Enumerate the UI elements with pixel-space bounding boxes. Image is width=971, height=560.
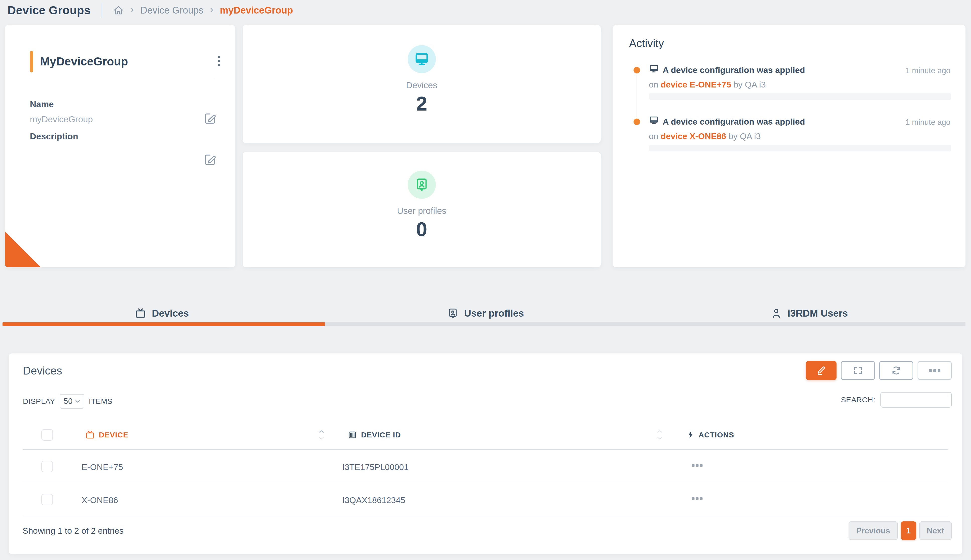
sort-control-device-id[interactable] xyxy=(657,421,663,449)
edit-name-icon[interactable] xyxy=(204,112,217,125)
table-row[interactable]: X-ONE86 I3QAX18612345 xyxy=(23,483,948,517)
breadcrumb-device-groups[interactable]: Device Groups xyxy=(140,5,204,16)
next-page-button[interactable]: Next xyxy=(919,522,952,540)
activity-detail-prefix: on xyxy=(649,80,661,89)
activity-item-title: A device configuration was applied xyxy=(663,117,805,127)
search-control: SEARCH: xyxy=(841,392,952,408)
row-checkbox[interactable] xyxy=(42,494,53,505)
device-name-cell: X-ONE86 xyxy=(82,495,118,505)
current-page-button[interactable]: 1 xyxy=(901,522,916,540)
user-profiles-stat-label: User profiles xyxy=(397,206,446,216)
timeline-connector xyxy=(637,74,637,118)
devices-stat-label: Devices xyxy=(406,80,437,90)
activity-item-separator xyxy=(649,145,951,152)
chevron-down-icon xyxy=(75,400,80,403)
activity-detail-suffix: by QA i3 xyxy=(726,132,761,141)
monitor-icon xyxy=(649,115,659,125)
divider xyxy=(30,79,214,79)
active-tab-underline xyxy=(3,322,325,326)
name-value: myDeviceGroup xyxy=(30,114,93,124)
name-label: Name xyxy=(30,99,54,109)
activity-device-link[interactable]: device E-ONE+75 xyxy=(661,80,731,89)
table-header: DEVICE DEVICE ID ACTIONS xyxy=(23,421,948,450)
tab-user-profiles[interactable]: User profiles xyxy=(324,304,647,323)
fullscreen-icon xyxy=(852,365,863,376)
table-body: E-ONE+75 I3TE175PL00001 X-ONE86 I3QAX186… xyxy=(23,450,948,517)
search-label: SEARCH: xyxy=(841,395,876,404)
user-profiles-stat-value: 0 xyxy=(416,218,427,241)
row-actions-button[interactable] xyxy=(692,497,702,500)
activity-detail-prefix: on xyxy=(649,132,661,141)
tab-i3rdm-users-label: i3RDM Users xyxy=(787,308,848,319)
row-checkbox[interactable] xyxy=(42,461,53,472)
panel-toolbar xyxy=(806,361,952,380)
activity-device-link[interactable]: device X-ONE86 xyxy=(661,132,726,141)
items-label: ITEMS xyxy=(89,397,113,406)
accent-bar xyxy=(30,51,33,72)
edit-description-icon[interactable] xyxy=(204,153,217,166)
person-icon xyxy=(770,308,782,319)
panel-title: Devices xyxy=(23,365,62,377)
description-label: Description xyxy=(30,132,78,142)
tab-i3rdm-users[interactable]: i3RDM Users xyxy=(647,304,971,323)
column-label-device-id: DEVICE ID xyxy=(361,431,401,439)
select-all-checkbox[interactable] xyxy=(42,429,53,441)
devices-table-panel: Devices DISPLAY 50 xyxy=(9,353,962,554)
page-size-value: 50 xyxy=(64,397,73,406)
device-id-cell: I3QAX18612345 xyxy=(342,495,405,505)
activity-item-detail: on device E-ONE+75 by QA i3 xyxy=(649,80,766,90)
tv-icon xyxy=(85,430,95,440)
tab-bar: Devices User profiles i3RDM Users xyxy=(0,304,971,329)
timeline-dot xyxy=(633,118,640,125)
activity-item-detail: on device X-ONE86 by QA i3 xyxy=(649,132,761,141)
row-actions-button[interactable] xyxy=(692,464,702,467)
sort-desc-icon xyxy=(657,437,663,440)
pagination: Previous 1 Next xyxy=(849,522,952,540)
devices-stat-value: 2 xyxy=(416,92,427,115)
page-size-select[interactable]: 50 xyxy=(60,394,84,408)
activity-panel: Activity A device configuration was appl… xyxy=(613,25,966,267)
tv-icon xyxy=(135,308,146,319)
fullscreen-button[interactable] xyxy=(841,361,875,380)
user-badge-icon xyxy=(447,308,459,319)
column-label-device: DEVICE xyxy=(99,431,129,439)
kebab-menu-icon[interactable] xyxy=(216,54,222,68)
lightning-icon xyxy=(687,431,695,439)
search-input[interactable] xyxy=(881,392,952,408)
sort-control-device[interactable] xyxy=(318,421,324,449)
previous-page-button[interactable]: Previous xyxy=(849,522,897,540)
refresh-button[interactable] xyxy=(879,361,913,380)
edit-button[interactable] xyxy=(806,361,837,380)
tab-user-profiles-label: User profiles xyxy=(464,308,524,319)
page-title: Device Groups xyxy=(8,3,90,17)
devices-stat-card[interactable]: Devices 2 xyxy=(242,25,601,143)
user-profiles-stat-card[interactable]: User profiles 0 xyxy=(242,152,601,267)
column-header-device-id[interactable]: DEVICE ID xyxy=(348,421,401,449)
activity-item-time: 1 minute ago xyxy=(906,66,951,75)
column-header-device[interactable]: DEVICE xyxy=(85,421,129,449)
more-actions-button[interactable] xyxy=(918,361,952,380)
table-row[interactable]: E-ONE+75 I3TE175PL00001 xyxy=(23,450,948,483)
corner-triangle-decoration xyxy=(5,232,41,267)
table-footer: Showing 1 to 2 of 2 entries Previous 1 N… xyxy=(23,517,952,545)
column-header-actions: ACTIONS xyxy=(687,421,734,449)
home-icon[interactable] xyxy=(113,5,124,16)
entries-summary: Showing 1 to 2 of 2 entries xyxy=(23,526,124,536)
pencil-icon xyxy=(816,365,826,376)
monitor-icon xyxy=(408,45,436,73)
device-id-cell: I3TE175PL00001 xyxy=(342,462,409,472)
activity-item-time: 1 minute ago xyxy=(906,118,951,127)
monitor-icon xyxy=(649,64,659,74)
activity-title: Activity xyxy=(629,37,664,50)
display-label: DISPLAY xyxy=(23,397,55,406)
breadcrumb-separator: › xyxy=(210,4,213,16)
tab-devices[interactable]: Devices xyxy=(0,304,324,323)
group-info-card: MyDeviceGroup Name myDeviceGroup Descrip… xyxy=(5,25,235,267)
user-badge-icon xyxy=(408,171,436,199)
tab-underline-track xyxy=(3,322,966,326)
column-label-actions: ACTIONS xyxy=(699,431,734,439)
sort-desc-icon xyxy=(318,437,324,440)
sort-asc-icon xyxy=(657,430,663,433)
tab-devices-label: Devices xyxy=(152,308,189,319)
activity-detail-suffix: by QA i3 xyxy=(731,80,766,89)
